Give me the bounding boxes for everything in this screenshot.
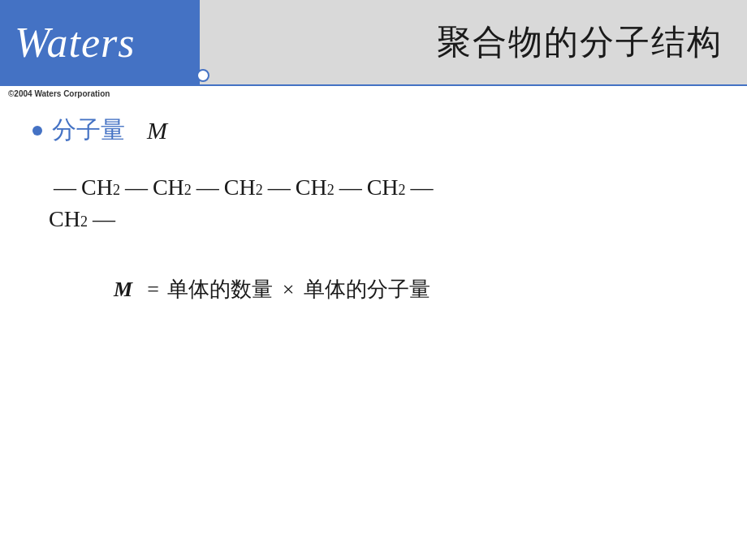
chem-formula-line2: CH2 —: [49, 203, 715, 235]
header-circle-decoration: [196, 69, 209, 82]
dash-4: —: [268, 171, 291, 203]
bullet-label: 分子量: [52, 114, 125, 147]
eq-part1: 单体的数量: [167, 275, 273, 304]
dash-7: —: [93, 203, 115, 235]
ch2-5: CH2: [367, 171, 406, 203]
ch2-3: CH2: [224, 171, 263, 203]
dash-3: —: [196, 171, 219, 203]
ch2-4: CH2: [296, 171, 335, 203]
ch2-2: CH2: [153, 171, 192, 203]
copyright-text: ©2004 Waters Corporation: [0, 86, 747, 101]
eq-part2: 单体的分子量: [304, 275, 430, 304]
dash-5: —: [339, 171, 362, 203]
slide: Waters 聚合物的分子结构 ©2004 Waters Corporation…: [0, 0, 747, 560]
bullet-dot: [32, 126, 42, 136]
chem-formula-line1: — CH2 — CH2 — CH2 — CH2 — CH2 —: [49, 171, 715, 203]
logo-box: Waters: [0, 0, 200, 84]
formula-section: — CH2 — CH2 — CH2 — CH2 — CH2 — CH2 —: [49, 171, 715, 235]
slide-title: 聚合物的分子结构: [437, 19, 723, 65]
eq-times: ×: [283, 278, 295, 302]
eq-equals: =: [147, 278, 159, 302]
content-area: 分子量 M — CH2 — CH2 — CH2 — CH2 — CH2 — CH…: [0, 101, 747, 560]
dash-6: —: [411, 171, 434, 203]
dash-2: —: [125, 171, 148, 203]
eq-m: M: [114, 278, 132, 302]
ch2-1: CH2: [81, 171, 120, 203]
bullet-variable-m: M: [135, 117, 167, 144]
logo-text: Waters: [15, 19, 136, 67]
bullet-molecular-weight: 分子量 M: [32, 114, 715, 147]
equation-section: M = 单体的数量 × 单体的分子量: [114, 275, 715, 304]
ch2-6: CH2: [49, 203, 88, 235]
dash-1: —: [54, 171, 76, 203]
header: Waters 聚合物的分子结构: [0, 0, 747, 84]
title-box: 聚合物的分子结构: [200, 0, 747, 84]
